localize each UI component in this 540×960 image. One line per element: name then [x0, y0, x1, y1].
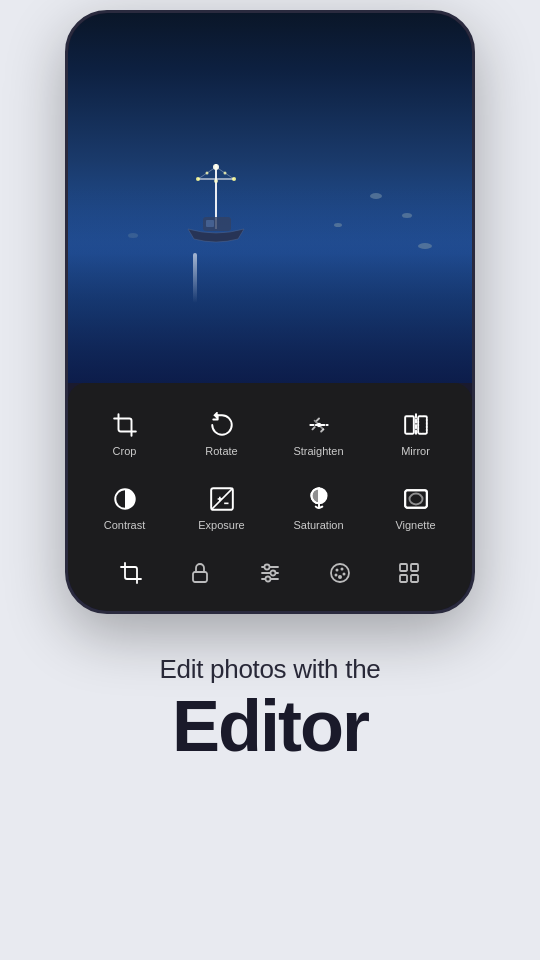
svg-point-9 — [224, 172, 227, 175]
svg-rect-14 — [418, 416, 427, 433]
dot-boat-1 — [370, 193, 382, 199]
water-overlay — [68, 183, 472, 383]
svg-rect-11 — [206, 220, 214, 227]
straighten-icon — [305, 411, 333, 439]
mirror-label: Mirror — [401, 445, 430, 457]
svg-rect-43 — [411, 575, 418, 582]
mirror-button[interactable]: Mirror — [369, 401, 462, 467]
svg-point-31 — [264, 565, 269, 570]
svg-point-39 — [338, 575, 342, 579]
vignette-button[interactable]: Vignette — [369, 475, 462, 541]
svg-rect-40 — [400, 564, 407, 571]
svg-rect-13 — [405, 416, 414, 433]
bottom-nav-bar — [76, 547, 464, 603]
vignette-label: Vignette — [395, 519, 435, 531]
contrast-icon — [111, 485, 139, 513]
svg-point-32 — [270, 571, 275, 576]
svg-point-38 — [334, 574, 337, 577]
contrast-button[interactable]: Contrast — [78, 475, 171, 541]
grid-nav-icon[interactable] — [395, 559, 423, 587]
crop-button[interactable]: Crop — [78, 401, 171, 467]
toolbar-row-1: Crop Rotate — [76, 399, 464, 469]
toolbar-row-2: Contrast Exposure — [76, 473, 464, 543]
svg-point-35 — [335, 569, 338, 572]
svg-point-25 — [409, 494, 422, 505]
subtitle-text: Edit photos with the — [160, 654, 381, 685]
crop-label: Crop — [113, 445, 137, 457]
mirror-icon — [402, 411, 430, 439]
sliders-nav-icon[interactable] — [256, 559, 284, 587]
phone-mockup: Crop Rotate — [60, 10, 480, 614]
exposure-button[interactable]: Exposure — [175, 475, 268, 541]
svg-point-33 — [265, 577, 270, 582]
svg-rect-41 — [411, 564, 418, 571]
boat-reflection — [193, 253, 197, 303]
exposure-label: Exposure — [198, 519, 244, 531]
rotate-label: Rotate — [205, 445, 237, 457]
dot-boat-5 — [128, 233, 138, 238]
vignette-icon — [402, 485, 430, 513]
bottom-text-section: Edit photos with the Editor — [120, 654, 421, 765]
saturation-button[interactable]: Saturation — [272, 475, 365, 541]
crop-icon — [111, 411, 139, 439]
side-button-left — [65, 193, 67, 253]
svg-point-12 — [316, 423, 320, 427]
svg-rect-27 — [193, 572, 207, 582]
palette-nav-icon[interactable] — [326, 559, 354, 587]
lock-nav-icon[interactable] — [186, 559, 214, 587]
exposure-icon — [208, 485, 236, 513]
svg-rect-42 — [400, 575, 407, 582]
dot-boat-3 — [334, 223, 342, 227]
saturation-label: Saturation — [293, 519, 343, 531]
phone-frame: Crop Rotate — [65, 10, 475, 614]
phone-inner: Crop Rotate — [68, 13, 472, 611]
side-button-right — [473, 213, 475, 293]
crop-nav-icon[interactable] — [117, 559, 145, 587]
dot-boat-2 — [402, 213, 412, 218]
editor-toolbar: Crop Rotate — [68, 383, 472, 611]
saturation-icon — [305, 485, 333, 513]
contrast-label: Contrast — [104, 519, 146, 531]
boat-container — [178, 159, 258, 263]
svg-point-7 — [206, 172, 209, 175]
dot-boat-4 — [418, 243, 432, 249]
rotate-button[interactable]: Rotate — [175, 401, 268, 467]
svg-point-34 — [331, 564, 349, 582]
svg-point-36 — [340, 568, 343, 571]
svg-point-37 — [342, 573, 345, 576]
straighten-label: Straighten — [293, 445, 343, 457]
photo-area — [68, 13, 472, 383]
straighten-button[interactable]: Straighten — [272, 401, 365, 467]
main-title-text: Editor — [160, 689, 381, 765]
rotate-icon — [208, 411, 236, 439]
